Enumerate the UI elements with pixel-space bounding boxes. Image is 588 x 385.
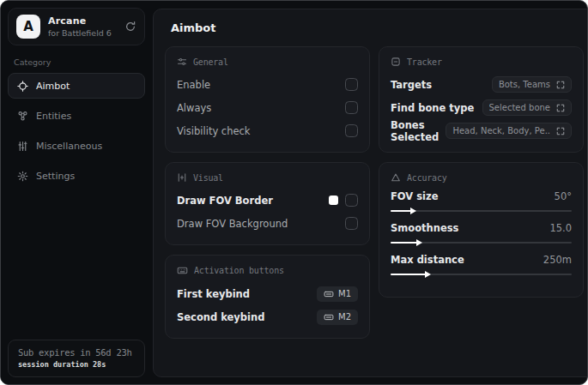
fov-size-slider[interactable]: [391, 210, 572, 212]
general-card: General Enable Always Visibility check: [165, 46, 370, 153]
accuracy-card: Accuracy FOV size 50°: [379, 162, 584, 298]
left-column: General Enable Always Visibility check: [165, 46, 370, 339]
slider-label: Smoothness: [391, 222, 458, 234]
content-panel: Aimbot: [153, 9, 588, 377]
slider-label: Max distance: [391, 254, 464, 266]
visual-header: Visual: [177, 172, 358, 183]
keyboard-icon: [324, 289, 334, 299]
tracker-header: Tracker: [391, 57, 572, 67]
sliders-icon: [17, 141, 28, 152]
app-window: A Arcane for Battlefield 6 Category: [0, 0, 588, 385]
slider-label: FOV size: [391, 190, 439, 202]
sidebar-item-entities[interactable]: Entities: [8, 103, 145, 129]
setting-label: Visibility check: [177, 125, 251, 137]
setting-row-second-keybind: Second keybind M2: [177, 307, 358, 327]
keyboard-icon: [324, 312, 334, 322]
draw-fov-border-checkbox[interactable]: [345, 194, 358, 207]
setting-row-enable: Enable: [177, 75, 358, 94]
page-title: Aimbot: [171, 21, 585, 34]
expand-icon: [556, 104, 565, 112]
sidebar-item-aimbot[interactable]: Aimbot: [8, 73, 145, 99]
keybind-value: M2: [338, 312, 351, 322]
sidebar: A Arcane for Battlefield 6 Category: [1, 1, 152, 384]
setting-row-draw-fov-background: Draw FOV Background: [177, 214, 358, 233]
sidebar-item-settings[interactable]: Settings: [8, 163, 145, 189]
slider-handle[interactable]: [425, 271, 431, 278]
fov-size-slider-row: FOV size 50°: [391, 190, 572, 212]
setting-label: Targets: [391, 79, 432, 91]
setting-row-bones-selected: Bones Selected Head, Neck, Body, Pe..: [391, 121, 572, 141]
sidebar-nav: Aimbot Entities: [1, 73, 152, 189]
keybind-value: M1: [338, 289, 351, 298]
activation-header: Activation buttons: [177, 265, 358, 276]
app-logo: A: [16, 15, 40, 39]
visual-card: Visual Draw FOV Border Draw FOV Backgrou…: [165, 162, 370, 245]
app-subtitle: for Battlefield 6: [48, 28, 117, 38]
subscription-status: Sub expires in 56d 23h session duration …: [8, 340, 145, 377]
setting-row-find-bone-type: Find bone type Selected bone: [391, 98, 572, 117]
setting-label: Draw FOV Border: [177, 195, 273, 207]
setting-row-draw-fov-border: Draw FOV Border: [177, 190, 358, 210]
smoothness-slider[interactable]: [391, 242, 572, 244]
accuracy-icon: [391, 172, 401, 183]
sidebar-item-label: Aimbot: [36, 81, 70, 92]
app-title-block: Arcane for Battlefield 6: [48, 15, 117, 38]
crosshair-icon: [17, 81, 28, 92]
dropdown-value: Head, Neck, Body, Pe..: [452, 126, 550, 135]
slider-handle[interactable]: [416, 239, 422, 246]
keyboard-icon: [177, 265, 188, 276]
setting-label: Enable: [177, 79, 210, 91]
find-bone-type-dropdown[interactable]: Selected bone: [482, 99, 572, 116]
main-area: Aimbot: [152, 1, 588, 384]
visual-title: Visual: [193, 173, 223, 183]
setting-label: Bones Selected: [391, 119, 446, 143]
smoothness-slider-row: Smoothness 15.0: [391, 222, 572, 244]
draw-fov-background-checkbox[interactable]: [345, 217, 358, 230]
sub-expiry-text: Sub expires in 56d 23h: [18, 347, 135, 358]
tracker-title: Tracker: [407, 57, 442, 67]
setting-row-first-keybind: First keybind M1: [177, 284, 358, 304]
tracker-card: Tracker Targets Bots, Teams: [379, 46, 584, 153]
setting-label: Draw FOV Background: [177, 218, 288, 230]
setting-label: Always: [177, 102, 211, 114]
setting-label: Second keybind: [177, 311, 264, 323]
max-distance-slider-row: Max distance 250m: [391, 254, 572, 275]
second-keybind-button[interactable]: M2: [317, 310, 358, 325]
tracker-icon: [391, 57, 401, 67]
accuracy-title: Accuracy: [407, 173, 447, 183]
general-icon: [177, 57, 187, 67]
always-checkbox[interactable]: [345, 101, 358, 114]
slider-handle[interactable]: [410, 208, 416, 214]
right-column: Tracker Targets Bots, Teams: [379, 46, 584, 339]
max-distance-slider[interactable]: [391, 274, 572, 275]
activation-title: Activation buttons: [194, 266, 284, 275]
bones-selected-dropdown[interactable]: Head, Neck, Body, Pe..: [446, 123, 572, 139]
expand-icon: [556, 81, 565, 89]
activation-card: Activation buttons First keybind M1: [165, 255, 370, 339]
visibility-check-checkbox[interactable]: [345, 124, 358, 137]
general-title: General: [193, 57, 228, 67]
setting-row-always: Always: [177, 98, 358, 117]
app-name: Arcane: [48, 15, 117, 27]
slider-value: 50°: [555, 190, 572, 202]
dropdown-value: Bots, Teams: [499, 80, 550, 89]
setting-label: Find bone type: [391, 102, 474, 114]
app-logo-card: A Arcane for Battlefield 6: [8, 8, 145, 45]
session-duration-text: session duration 28s: [18, 360, 135, 369]
setting-row-visibility-check: Visibility check: [177, 121, 358, 141]
enable-checkbox[interactable]: [345, 78, 358, 91]
slider-value: 250m: [543, 254, 572, 266]
targets-dropdown[interactable]: Bots, Teams: [492, 76, 572, 93]
first-keybind-button[interactable]: M1: [317, 286, 358, 302]
sidebar-item-miscellaneous[interactable]: Miscellaneous: [8, 133, 145, 159]
visual-icon: [177, 172, 187, 183]
fov-border-color-swatch[interactable]: [329, 196, 338, 205]
gear-icon: [17, 171, 28, 182]
sidebar-item-label: Entities: [36, 111, 71, 122]
accuracy-header: Accuracy: [391, 172, 572, 183]
expand-icon: [556, 127, 565, 135]
category-label: Category: [1, 49, 152, 73]
sync-icon[interactable]: [124, 21, 136, 33]
slider-value: 15.0: [549, 222, 572, 234]
setting-label: First keybind: [177, 288, 250, 300]
